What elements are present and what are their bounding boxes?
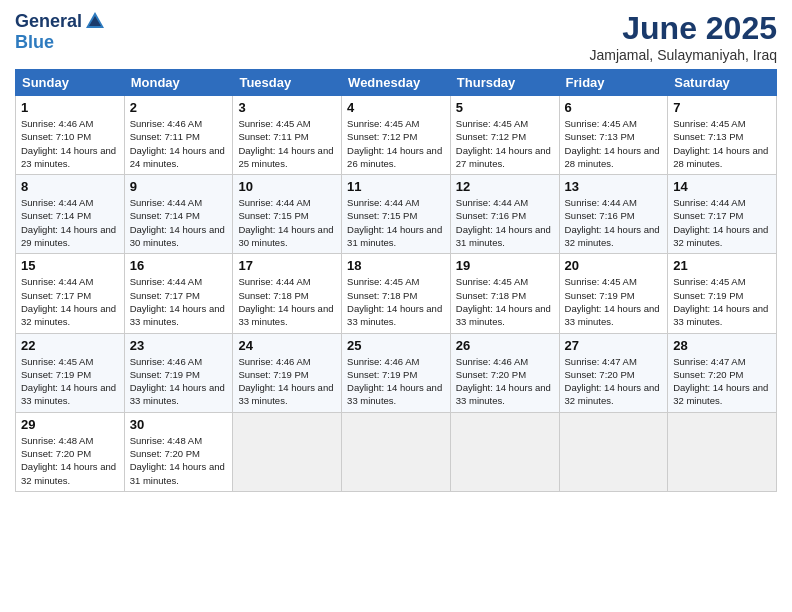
cell-info: Sunrise: 4:46 AMSunset: 7:19 PMDaylight:… <box>347 356 442 407</box>
calendar-cell <box>668 412 777 491</box>
day-number: 17 <box>238 258 336 273</box>
day-number: 20 <box>565 258 663 273</box>
week-row-3: 15Sunrise: 4:44 AMSunset: 7:17 PMDayligh… <box>16 254 777 333</box>
day-number: 19 <box>456 258 554 273</box>
cell-info: Sunrise: 4:46 AMSunset: 7:19 PMDaylight:… <box>238 356 333 407</box>
week-row-5: 29Sunrise: 4:48 AMSunset: 7:20 PMDayligh… <box>16 412 777 491</box>
day-number: 1 <box>21 100 119 115</box>
day-number: 8 <box>21 179 119 194</box>
calendar-cell: 30Sunrise: 4:48 AMSunset: 7:20 PMDayligh… <box>124 412 233 491</box>
header-wednesday: Wednesday <box>342 70 451 96</box>
calendar-cell: 20Sunrise: 4:45 AMSunset: 7:19 PMDayligh… <box>559 254 668 333</box>
calendar-cell <box>559 412 668 491</box>
cell-info: Sunrise: 4:44 AMSunset: 7:16 PMDaylight:… <box>456 197 551 248</box>
cell-info: Sunrise: 4:47 AMSunset: 7:20 PMDaylight:… <box>565 356 660 407</box>
calendar-cell: 21Sunrise: 4:45 AMSunset: 7:19 PMDayligh… <box>668 254 777 333</box>
calendar-cell: 5Sunrise: 4:45 AMSunset: 7:12 PMDaylight… <box>450 96 559 175</box>
calendar-cell: 4Sunrise: 4:45 AMSunset: 7:12 PMDaylight… <box>342 96 451 175</box>
cell-info: Sunrise: 4:44 AMSunset: 7:17 PMDaylight:… <box>673 197 768 248</box>
day-number: 24 <box>238 338 336 353</box>
logo: General Blue <box>15 10 106 53</box>
day-number: 18 <box>347 258 445 273</box>
logo-blue: Blue <box>15 32 54 53</box>
calendar-cell <box>342 412 451 491</box>
day-number: 21 <box>673 258 771 273</box>
day-number: 29 <box>21 417 119 432</box>
week-row-2: 8Sunrise: 4:44 AMSunset: 7:14 PMDaylight… <box>16 175 777 254</box>
calendar-cell: 10Sunrise: 4:44 AMSunset: 7:15 PMDayligh… <box>233 175 342 254</box>
calendar-cell: 13Sunrise: 4:44 AMSunset: 7:16 PMDayligh… <box>559 175 668 254</box>
cell-info: Sunrise: 4:46 AMSunset: 7:19 PMDaylight:… <box>130 356 225 407</box>
cell-info: Sunrise: 4:45 AMSunset: 7:13 PMDaylight:… <box>673 118 768 169</box>
cell-info: Sunrise: 4:45 AMSunset: 7:18 PMDaylight:… <box>347 276 442 327</box>
calendar-container: General Blue June 2025 Jamjamal, Sulayma… <box>0 0 792 502</box>
header-tuesday: Tuesday <box>233 70 342 96</box>
header: General Blue June 2025 Jamjamal, Sulayma… <box>15 10 777 63</box>
day-number: 3 <box>238 100 336 115</box>
calendar-cell: 16Sunrise: 4:44 AMSunset: 7:17 PMDayligh… <box>124 254 233 333</box>
cell-info: Sunrise: 4:45 AMSunset: 7:13 PMDaylight:… <box>565 118 660 169</box>
day-number: 15 <box>21 258 119 273</box>
day-number: 13 <box>565 179 663 194</box>
calendar-cell: 1Sunrise: 4:46 AMSunset: 7:10 PMDaylight… <box>16 96 125 175</box>
day-number: 12 <box>456 179 554 194</box>
header-row: Sunday Monday Tuesday Wednesday Thursday… <box>16 70 777 96</box>
calendar-cell: 6Sunrise: 4:45 AMSunset: 7:13 PMDaylight… <box>559 96 668 175</box>
cell-info: Sunrise: 4:44 AMSunset: 7:15 PMDaylight:… <box>238 197 333 248</box>
calendar-cell: 2Sunrise: 4:46 AMSunset: 7:11 PMDaylight… <box>124 96 233 175</box>
day-number: 22 <box>21 338 119 353</box>
calendar-cell: 22Sunrise: 4:45 AMSunset: 7:19 PMDayligh… <box>16 333 125 412</box>
cell-info: Sunrise: 4:44 AMSunset: 7:14 PMDaylight:… <box>130 197 225 248</box>
day-number: 2 <box>130 100 228 115</box>
cell-info: Sunrise: 4:48 AMSunset: 7:20 PMDaylight:… <box>21 435 116 486</box>
calendar-cell: 24Sunrise: 4:46 AMSunset: 7:19 PMDayligh… <box>233 333 342 412</box>
calendar-cell <box>450 412 559 491</box>
title-block: June 2025 Jamjamal, Sulaymaniyah, Iraq <box>589 10 777 63</box>
cell-info: Sunrise: 4:44 AMSunset: 7:18 PMDaylight:… <box>238 276 333 327</box>
cell-info: Sunrise: 4:46 AMSunset: 7:20 PMDaylight:… <box>456 356 551 407</box>
cell-info: Sunrise: 4:45 AMSunset: 7:12 PMDaylight:… <box>456 118 551 169</box>
calendar-cell: 23Sunrise: 4:46 AMSunset: 7:19 PMDayligh… <box>124 333 233 412</box>
cell-info: Sunrise: 4:47 AMSunset: 7:20 PMDaylight:… <box>673 356 768 407</box>
calendar-cell: 18Sunrise: 4:45 AMSunset: 7:18 PMDayligh… <box>342 254 451 333</box>
calendar-cell: 15Sunrise: 4:44 AMSunset: 7:17 PMDayligh… <box>16 254 125 333</box>
cell-info: Sunrise: 4:44 AMSunset: 7:17 PMDaylight:… <box>130 276 225 327</box>
cell-info: Sunrise: 4:44 AMSunset: 7:15 PMDaylight:… <box>347 197 442 248</box>
day-number: 6 <box>565 100 663 115</box>
calendar-cell: 14Sunrise: 4:44 AMSunset: 7:17 PMDayligh… <box>668 175 777 254</box>
cell-info: Sunrise: 4:48 AMSunset: 7:20 PMDaylight:… <box>130 435 225 486</box>
cell-info: Sunrise: 4:44 AMSunset: 7:17 PMDaylight:… <box>21 276 116 327</box>
cell-info: Sunrise: 4:45 AMSunset: 7:19 PMDaylight:… <box>21 356 116 407</box>
day-number: 4 <box>347 100 445 115</box>
calendar-cell: 26Sunrise: 4:46 AMSunset: 7:20 PMDayligh… <box>450 333 559 412</box>
day-number: 9 <box>130 179 228 194</box>
day-number: 14 <box>673 179 771 194</box>
cell-info: Sunrise: 4:44 AMSunset: 7:14 PMDaylight:… <box>21 197 116 248</box>
location-title: Jamjamal, Sulaymaniyah, Iraq <box>589 47 777 63</box>
calendar-cell: 27Sunrise: 4:47 AMSunset: 7:20 PMDayligh… <box>559 333 668 412</box>
week-row-1: 1Sunrise: 4:46 AMSunset: 7:10 PMDaylight… <box>16 96 777 175</box>
logo-general: General <box>15 11 82 32</box>
cell-info: Sunrise: 4:45 AMSunset: 7:11 PMDaylight:… <box>238 118 333 169</box>
header-monday: Monday <box>124 70 233 96</box>
calendar-cell: 7Sunrise: 4:45 AMSunset: 7:13 PMDaylight… <box>668 96 777 175</box>
calendar-cell: 9Sunrise: 4:44 AMSunset: 7:14 PMDaylight… <box>124 175 233 254</box>
calendar-cell: 25Sunrise: 4:46 AMSunset: 7:19 PMDayligh… <box>342 333 451 412</box>
calendar-cell: 12Sunrise: 4:44 AMSunset: 7:16 PMDayligh… <box>450 175 559 254</box>
day-number: 27 <box>565 338 663 353</box>
calendar-cell: 8Sunrise: 4:44 AMSunset: 7:14 PMDaylight… <box>16 175 125 254</box>
calendar-cell: 11Sunrise: 4:44 AMSunset: 7:15 PMDayligh… <box>342 175 451 254</box>
day-number: 28 <box>673 338 771 353</box>
calendar-cell: 19Sunrise: 4:45 AMSunset: 7:18 PMDayligh… <box>450 254 559 333</box>
day-number: 10 <box>238 179 336 194</box>
day-number: 25 <box>347 338 445 353</box>
cell-info: Sunrise: 4:45 AMSunset: 7:18 PMDaylight:… <box>456 276 551 327</box>
logo-icon <box>84 10 106 32</box>
day-number: 5 <box>456 100 554 115</box>
calendar-cell <box>233 412 342 491</box>
day-number: 11 <box>347 179 445 194</box>
cell-info: Sunrise: 4:44 AMSunset: 7:16 PMDaylight:… <box>565 197 660 248</box>
cell-info: Sunrise: 4:45 AMSunset: 7:19 PMDaylight:… <box>673 276 768 327</box>
month-title: June 2025 <box>589 10 777 47</box>
day-number: 16 <box>130 258 228 273</box>
